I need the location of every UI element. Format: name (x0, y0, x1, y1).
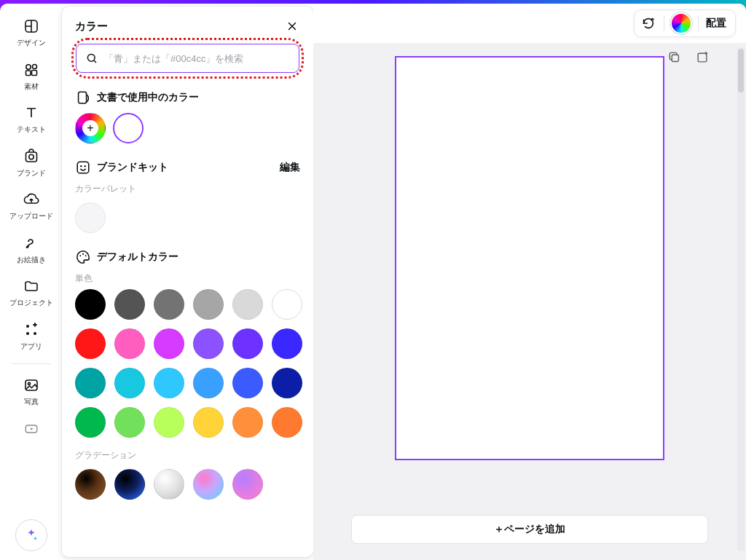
rail-label: アプリ (20, 342, 42, 351)
gradient-swatch[interactable] (193, 469, 224, 500)
solid-swatch[interactable] (114, 328, 145, 359)
gradient-swatch[interactable] (75, 469, 106, 500)
solid-swatch[interactable] (232, 407, 263, 438)
svg-point-13 (87, 54, 95, 61)
close-button[interactable] (284, 18, 300, 34)
design-page[interactable] (395, 56, 664, 460)
rail-item-design[interactable]: デザイン (6, 12, 57, 53)
rail-label: 素材 (24, 82, 39, 91)
palette-icon (75, 249, 91, 265)
toolbar-pill: 配置 (634, 9, 736, 37)
brandkit-section: ブランドキット 編集 カラーパレット (75, 159, 300, 233)
default-colors-section: デフォルトカラー 単色 グラデーション (75, 249, 300, 500)
vertical-scrollbar[interactable] (737, 47, 745, 551)
rail-item-projects[interactable]: プロジェクト (6, 272, 57, 313)
color-search-input[interactable] (104, 53, 290, 64)
solid-swatch[interactable] (114, 368, 145, 398)
selected-color-swatch[interactable] (113, 113, 144, 143)
svg-rect-14 (79, 92, 87, 103)
svg-rect-2 (31, 70, 36, 75)
folder-icon (22, 277, 41, 296)
doc-colors-label: 文書で使用中のカラー (97, 91, 199, 104)
solid-swatch[interactable] (114, 407, 145, 438)
rail-item-draw[interactable]: お絵描き (6, 229, 57, 270)
gradient-row (75, 469, 300, 500)
rail-item-photos[interactable]: 写真 (6, 371, 57, 412)
gradient-swatch[interactable] (154, 469, 184, 500)
search-icon (85, 52, 98, 65)
add-color-swatch[interactable] (75, 113, 106, 143)
rail-label: お絵描き (17, 256, 46, 264)
canvas-area: 配置 ＋ページを追加 (313, 4, 746, 560)
palette-doc-icon (75, 90, 91, 106)
svg-rect-5 (25, 152, 36, 162)
svg-point-17 (85, 165, 86, 167)
solid-swatch[interactable] (232, 328, 263, 359)
add-page-label: ＋ページを追加 (494, 523, 565, 536)
solid-swatch[interactable] (272, 328, 302, 359)
brand-color-placeholder[interactable] (75, 202, 106, 233)
arrange-button[interactable]: 配置 (706, 17, 726, 30)
svg-point-7 (26, 325, 29, 328)
solid-swatch[interactable] (154, 407, 184, 438)
solid-swatch[interactable] (114, 289, 145, 320)
rail-item-text[interactable]: テキスト (6, 99, 57, 140)
solid-swatch[interactable] (75, 368, 106, 398)
solid-swatch[interactable] (154, 289, 184, 320)
rail-item-apps[interactable]: アプリ (6, 316, 57, 357)
solid-sub: 単色 (75, 272, 300, 285)
brand-icon (22, 147, 41, 166)
solid-swatch[interactable] (272, 289, 302, 320)
add-page-button[interactable]: ＋ページを追加 (351, 515, 708, 544)
color-search[interactable] (76, 44, 299, 73)
svg-rect-15 (77, 162, 89, 173)
rail-item-brand[interactable]: ブランド (6, 143, 57, 184)
ai-magic-button[interactable] (15, 519, 47, 551)
solid-swatch[interactable] (272, 368, 302, 398)
svg-point-19 (82, 253, 84, 255)
svg-point-8 (26, 332, 29, 335)
solid-swatch[interactable] (193, 328, 224, 359)
solid-swatch[interactable] (193, 407, 224, 438)
apps-icon (22, 320, 41, 339)
fill-color-button[interactable] (672, 14, 691, 33)
solid-swatch[interactable] (75, 289, 106, 320)
brandkit-label: ブランドキット (97, 161, 168, 174)
rail-item-elements[interactable]: 素材 (6, 56, 57, 97)
solid-swatch[interactable] (232, 289, 263, 320)
color-panel: カラー 文書で使用中のカラー (62, 7, 313, 557)
youtube-icon (22, 419, 41, 438)
left-rail: デザイン 素材 テキスト ブランド (0, 4, 62, 560)
rail-label: アップロード (9, 212, 53, 221)
solid-swatch[interactable] (154, 328, 184, 359)
svg-point-20 (85, 255, 87, 256)
rail-label: デザイン (17, 39, 46, 47)
gradient-sub: グラデーション (75, 449, 300, 462)
rail-separator (12, 363, 51, 364)
color-search-wrapper (75, 43, 300, 74)
gradient-swatch[interactable] (232, 469, 263, 500)
undo-redo-icon[interactable] (640, 15, 656, 31)
solid-swatch[interactable] (75, 407, 106, 438)
svg-point-11 (28, 382, 30, 384)
solid-swatch[interactable] (154, 368, 184, 398)
solid-swatch[interactable] (272, 407, 302, 438)
solid-swatch[interactable] (232, 368, 263, 398)
brandkit-sub: カラーパレット (75, 183, 300, 195)
gradient-swatch[interactable] (114, 469, 145, 500)
image-icon (22, 376, 41, 395)
solid-swatch[interactable] (193, 289, 224, 320)
svg-point-3 (32, 64, 36, 68)
doc-colors-section: 文書で使用中のカラー (75, 90, 300, 143)
toolbar-separator (698, 15, 699, 31)
solid-swatch[interactable] (75, 328, 106, 359)
toolbar-separator (664, 15, 664, 31)
brandkit-edit-link[interactable]: 編集 (280, 161, 300, 174)
default-colors-label: デフォルトカラー (97, 251, 178, 264)
brandkit-icon (75, 159, 91, 176)
panel-title: カラー (75, 20, 108, 33)
rail-item-uploads[interactable]: アップロード (6, 186, 57, 226)
solid-swatch[interactable] (193, 368, 224, 398)
svg-point-16 (80, 165, 82, 167)
rail-item-youtube[interactable] (6, 415, 57, 438)
